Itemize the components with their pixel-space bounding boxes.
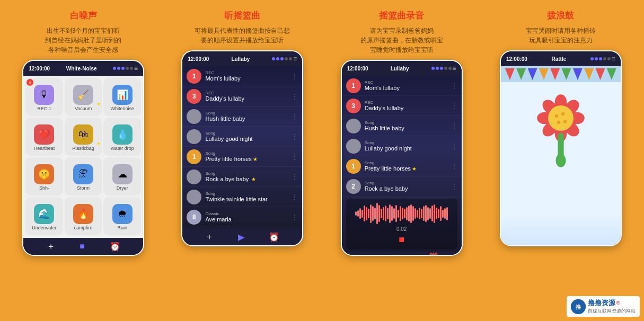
lullaby-avatar-5: 1 [187, 149, 201, 164]
lullaby-more-8[interactable]: ⋮ [292, 213, 298, 221]
rec-more-6[interactable]: ⋮ [451, 183, 457, 190]
wave-bar [355, 211, 357, 216]
rec-name-4: Lullaby good night [365, 145, 451, 151]
wn-item-vacuum[interactable]: 🧹 Vacuum ★ [65, 78, 102, 116]
svg-point-13 [563, 120, 567, 123]
rec-item-1[interactable]: 1 REC Mom's lullaby ⋮ [342, 76, 462, 96]
play-button-lullaby[interactable]: ▶ [238, 232, 244, 242]
waveform-area: 0:02 ■ [346, 199, 457, 249]
add-button-rec[interactable]: ＋ [365, 252, 373, 256]
settings-icon-rec[interactable]: ≡ [453, 65, 456, 72]
clock-button-lullaby[interactable]: ⏰ [269, 232, 279, 242]
wn-icon-rain: 🌧 [112, 204, 133, 224]
section-desc-whitenoise: 出生不到3个月的宝宝们听到曾经在妈妈肚子里听到的各种噪音后会产生安全感 [42, 26, 125, 55]
wave-bar [398, 210, 399, 218]
wave-bar [402, 208, 403, 219]
section-title-rattle: 拨浪鼓 [547, 10, 574, 22]
wave-bar [408, 206, 410, 221]
wn-label-shh: Shh- [39, 185, 49, 191]
flag-6 [562, 68, 571, 80]
rec-stop-button[interactable]: ■ [399, 234, 404, 245]
lullaby-more-2[interactable]: ⋮ [292, 93, 298, 100]
lullaby-more-5[interactable]: ⋮ [292, 153, 298, 160]
wn-star-vacuum: ★ [96, 101, 101, 106]
add-button-lullaby[interactable]: ＋ [205, 231, 214, 243]
lullaby-avatar-6 [187, 170, 201, 184]
svg-point-11 [561, 112, 564, 115]
ldot1 [272, 57, 275, 60]
wn-item-campfire[interactable]: 🔥 campfire [65, 197, 102, 235]
rec-name-2: Daddy's lullaby [365, 105, 451, 111]
wn-item-rain[interactable]: 🌧 Rain [103, 197, 141, 235]
rec-more-5[interactable]: ⋮ [451, 163, 457, 170]
settings-icon-lullaby[interactable]: ≡ [293, 55, 297, 63]
lullaby-avatar-2: 3 [187, 89, 201, 104]
wave-bar [417, 210, 418, 218]
section-desc-recording: 请为宝宝录制爸爸妈妈的原声摇篮曲，在胎教或哄宝宝睡觉时播放给宝宝听 [357, 26, 446, 55]
phone-appname-wn: White-Noise [66, 66, 97, 72]
wn-item-plasticbag[interactable]: 🛍 Plasticbag ★ [65, 118, 102, 156]
lullaby-item-2[interactable]: 3 REC Daddy's lullaby ⋮ [182, 86, 302, 106]
section-desc-lullaby: 可将最具代表性的摇篮曲按自己想要的顺序设置并播放给宝宝听 [191, 26, 293, 45]
dot5 [130, 67, 133, 70]
wn-item-whitenoise[interactable]: 📊 Whitenoise [103, 78, 141, 116]
rec-more-2[interactable]: ⋮ [451, 102, 457, 110]
lullaby-item-1[interactable]: 1 REC Mom's lullaby ⋮ [182, 66, 302, 86]
rattle-bunting [501, 66, 621, 82]
lullaby-item-5[interactable]: 1 Song Pretty little horses★ ⋮ [182, 147, 302, 167]
wave-bar [393, 208, 395, 219]
lullaby-name-4: Lullaby good night [205, 136, 292, 142]
lullaby-item-6[interactable]: Song Rock a bye baby ★ ⋮ [182, 167, 302, 187]
rec-more-4[interactable]: ⋮ [451, 142, 457, 150]
wn-item-shh[interactable]: 🤫 Shh- [25, 157, 63, 195]
wn-item-waterdrop[interactable]: 💧 Water drop [103, 118, 141, 156]
clock-button-wn[interactable]: ⏰ [110, 242, 120, 252]
lullaby-more-7[interactable]: ⋮ [292, 193, 298, 201]
recording-body: 1 REC Mom's lullaby ⋮ 3 REC Daddy's l [342, 76, 462, 252]
settings-icon-rattle[interactable]: ≡ [612, 55, 615, 63]
flag-7 [573, 68, 583, 80]
rec-info-4: Song Lullaby good night [365, 140, 451, 151]
lullaby-item-7[interactable]: Song Twinkle twinkle little star ⋮ [182, 187, 302, 207]
phone-dots-lullaby: ≡ [272, 55, 297, 63]
lullaby-more-6[interactable]: ⋮ [292, 173, 298, 181]
lullaby-item-4[interactable]: Song Lullaby good night ⋮ [182, 127, 302, 147]
wn-delete-icon[interactable]: × [27, 79, 33, 86]
ldot2 [276, 57, 279, 60]
wave-bar [438, 209, 439, 218]
rec-more-1[interactable]: ⋮ [451, 82, 457, 90]
stop-button-wn[interactable]: ■ [80, 242, 85, 251]
lullaby-more-4[interactable]: ⋮ [292, 133, 298, 140]
clock-button-rec[interactable]: ⏰ [428, 252, 439, 256]
phone-appname-lullaby: Lullaby [231, 56, 250, 62]
lullaby-more-3[interactable]: ⋮ [292, 113, 298, 120]
wn-item-heartbeat[interactable]: ❤️ Heartbeat [25, 118, 63, 156]
rec-item-6[interactable]: 2 Song Rock a bye baby ⋮ [342, 176, 462, 197]
section-rattle: 拨浪鼓 宝宝哭闹时请用各种摇铃玩具吸引宝宝的注意力 12:00:00 Rattl… [483, 10, 639, 321]
rec-item-2[interactable]: 3 REC Daddy's lullaby ⋮ [342, 96, 462, 116]
dot1 [113, 67, 116, 70]
wave-bar [357, 210, 359, 217]
lullaby-more-1[interactable]: ⋮ [292, 73, 298, 80]
wn-item-rec1[interactable]: × 🎙 REC 1 [25, 78, 63, 116]
rec-item-4[interactable]: Song Lullaby good night ⋮ [342, 136, 462, 156]
settings-icon-wn[interactable]: ≡ [134, 65, 138, 72]
wave-bar [412, 206, 414, 221]
lullaby-item-8[interactable]: 8 Classic Ave maria ⋮ [182, 207, 302, 227]
rec-avatar-5: 1 [346, 159, 361, 174]
wn-item-dryer[interactable]: ☁ Dryer [103, 157, 141, 195]
lullaby-avatar-7 [187, 190, 201, 204]
lullaby-item-3[interactable]: Song Hush little baby ⋮ [182, 106, 302, 127]
add-button-wn[interactable]: ＋ [47, 241, 55, 252]
flag-10 [607, 68, 616, 80]
rec-avatar-3 [346, 119, 361, 133]
phone-time-rec: 12:00:00 [347, 66, 368, 72]
rec-item-3[interactable]: Song Hush little baby ⋮ [342, 116, 462, 136]
play-button-rec[interactable]: ▶ [398, 252, 404, 256]
rec-more-3[interactable]: ⋮ [451, 122, 457, 130]
wn-item-underwater[interactable]: 🌊 Underwater [25, 197, 63, 235]
rec-item-5[interactable]: 1 Song Pretty little horses★ ⋮ [342, 156, 462, 176]
rattle-center[interactable] [501, 82, 621, 188]
wn-item-storm[interactable]: ⛈ Storm [65, 157, 102, 195]
dot2 [117, 67, 120, 70]
